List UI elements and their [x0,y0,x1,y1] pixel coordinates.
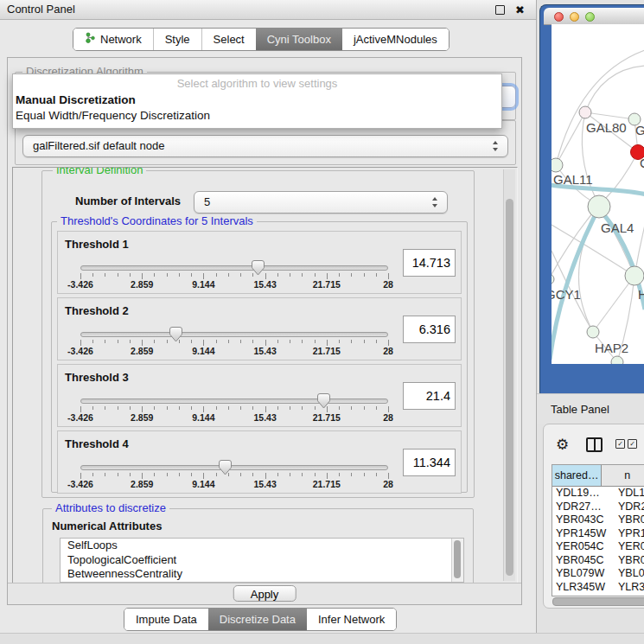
scrollbar-thumb[interactable] [552,597,644,606]
table-row[interactable]: YDR27…YDR2 [552,501,644,514]
number-of-intervals-combobox[interactable]: 5 [194,191,448,214]
threshold-panel: Threshold 4 -3.4262.8599.14415.4321.7152… [57,430,462,494]
table-cell[interactable]: YBR0 [613,554,644,568]
float-window-icon[interactable] [495,5,505,15]
top-tab-strip: Network Style Select Cyni Toolbox jActiv… [73,28,450,51]
node-gal4[interactable] [588,195,610,218]
network-window-titlebar [544,8,644,25]
node-gal80[interactable] [579,106,591,118]
threshold-value-input[interactable] [403,249,456,277]
close-icon[interactable]: ✖ [515,1,525,20]
slider-track[interactable] [80,265,388,271]
table-cell[interactable]: YBL079W [552,567,613,581]
tab-cyni-toolbox[interactable]: Cyni Toolbox [256,29,342,50]
checkbox-icon[interactable] [628,439,637,449]
node-gal11[interactable] [552,158,563,172]
slider-thumb[interactable] [169,327,182,342]
threshold-value-input[interactable] [403,382,456,410]
list-scrollbar[interactable] [451,539,463,582]
threshold-value-input[interactable] [403,449,456,476]
table-row[interactable]: YLR345WYLR3 [552,581,644,595]
list-item[interactable]: TopologicalCoefficient [61,553,463,568]
tab-infer-network[interactable]: Infer Network [307,609,396,630]
table-cell[interactable]: YIL052C [552,594,613,596]
table-data-combobox[interactable]: galFiltered.sif default node [22,135,508,157]
apply-button[interactable]: Apply [233,585,296,602]
threshold-value-input[interactable] [403,316,456,343]
table-row[interactable]: YBR045CYBR0 [552,554,644,568]
numerical-attributes-list[interactable]: SelfLoopsTopologicalCoefficientBetweenne… [60,538,464,583]
table-cell[interactable]: YPR1 [613,527,644,541]
table-row[interactable]: YIL052CYIL0 [552,594,644,596]
node-table: shared… n YDL19…YDL1YDR27…YDR2YBR043CYBR… [552,464,644,596]
zoom-traffic-light-icon[interactable] [585,12,595,22]
table-cell[interactable]: YDL1 [613,487,644,501]
dropdown-option-manual[interactable]: Manual Discretization [16,92,499,107]
node-label-gcy1: GCY1 [552,287,581,302]
tab-impute-data[interactable]: Impute Data [124,609,208,630]
columns-icon[interactable] [586,437,603,452]
table-row[interactable]: YDL19…YDL1 [552,487,644,501]
table-cell[interactable]: YER054C [552,540,613,554]
node-hap2[interactable] [587,326,599,338]
list-item[interactable]: BetweennessCentrality [61,567,463,582]
tab-network[interactable]: Network [73,29,153,50]
slider-track[interactable] [80,465,388,470]
network-canvas[interactable]: GAL80 GA C GAL11 GAL4 GCY1 H HAP2 [552,24,644,364]
apply-strip: Apply [8,583,521,604]
checkbox-icon[interactable] [615,439,625,449]
minimize-traffic-light-icon[interactable] [570,12,579,22]
column-header-name[interactable]: n [602,465,644,486]
slider-thumb[interactable] [219,460,232,475]
list-item[interactable]: SelfLoops [61,539,463,553]
table-cell[interactable]: YBR043C [552,513,613,527]
table-row[interactable]: YER054CYER0 [552,540,644,554]
slider-track[interactable] [80,399,388,404]
table-cell[interactable]: YBR045C [552,554,613,568]
table-row[interactable]: YBR043CYBR0 [552,513,644,527]
table-cell[interactable]: YDR2 [613,501,644,514]
node-label-gal80: GAL80 [586,120,627,135]
scrollbar-thumb[interactable] [454,540,461,578]
table-toolbar: ⚙ [552,430,644,459]
table-row[interactable]: YPR145WYPR1 [552,527,644,541]
tab-jactivemnodules[interactable]: jActiveMNodules [342,29,449,50]
slider-scale-labels: -3.4262.8599.14415.4321.71528 [80,346,388,356]
table-cell[interactable]: YBR0 [613,513,644,527]
table-cell[interactable]: YPR145W [552,527,613,541]
node-label-gal11: GAL11 [553,172,593,187]
threshold-slider[interactable]: -3.4262.8599.14415.4321.71528 [80,461,388,490]
threshold-slider[interactable]: -3.4262.8599.14415.4321.71528 [80,328,388,357]
dropdown-option-equal-width[interactable]: Equal Width/Frequency Discretization [16,108,499,123]
table-panel-titlebar: Table Panel [537,393,644,424]
table-row[interactable]: YBL079WYBL0 [552,567,644,581]
table-cell[interactable]: YLR3 [613,581,644,595]
gear-icon[interactable]: ⚙ [556,433,569,456]
node-bottom-partial[interactable] [611,356,623,364]
tab-style[interactable]: Style [153,29,201,50]
network-view-window[interactable]: GAL80 GA C GAL11 GAL4 GCY1 H HAP2 [539,4,644,394]
table-cell[interactable]: YDL19… [552,487,613,501]
node-right-mid[interactable] [625,266,644,285]
table-cell[interactable]: YIL0 [613,594,644,596]
table-header-row: shared… n [552,465,644,487]
tab-discretize-data[interactable]: Discretize Data [208,609,307,630]
table-cell[interactable]: YER0 [613,540,644,554]
table-cell[interactable]: YLR345W [552,581,613,595]
threshold-slider[interactable]: -3.4262.8599.14415.4321.71528 [80,261,388,290]
threshold-slider[interactable]: -3.4262.8599.14415.4321.71528 [80,394,388,424]
window-footer-strip [0,633,644,644]
scrollbar-thumb[interactable] [506,199,513,576]
node-gcy1[interactable] [552,274,554,284]
table-cell[interactable]: YDR27… [552,501,613,514]
tab-select[interactable]: Select [201,29,256,50]
threshold-label: Threshold 1 [65,238,129,251]
slider-thumb[interactable] [252,260,265,276]
close-traffic-light-icon[interactable] [554,12,564,22]
slider-thumb[interactable] [317,393,330,409]
table-cell[interactable]: YBL0 [613,567,644,581]
slider-track[interactable] [80,332,388,337]
vertical-scrollbar[interactable] [503,169,515,581]
column-header-shared[interactable]: shared… [552,465,602,486]
horizontal-scrollbar[interactable] [552,597,644,605]
